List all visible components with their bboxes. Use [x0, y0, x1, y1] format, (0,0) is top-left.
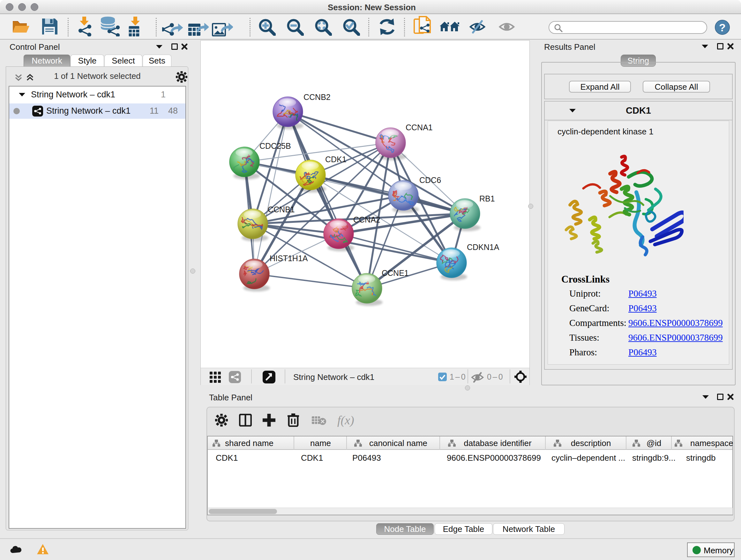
svg-text:CDC25B: CDC25B	[259, 141, 291, 150]
svg-text:CCNE1: CCNE1	[382, 268, 409, 277]
svg-text:CDK1: CDK1	[325, 155, 347, 164]
svg-text:CCNA1: CCNA1	[406, 123, 433, 132]
svg-text:CDKN1A: CDKN1A	[467, 243, 499, 252]
svg-text:HIST1H1A: HIST1H1A	[270, 254, 308, 263]
svg-text:RB1: RB1	[479, 194, 495, 203]
svg-text:CCNB1: CCNB1	[268, 205, 295, 214]
svg-text:CCNA2: CCNA2	[353, 215, 381, 224]
svg-text:CDC6: CDC6	[419, 176, 441, 185]
svg-text:CCNB2: CCNB2	[304, 92, 331, 102]
